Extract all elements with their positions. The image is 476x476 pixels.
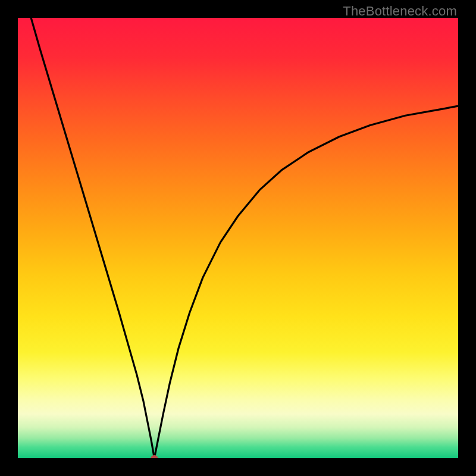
plot-area [18, 18, 458, 458]
curve-right-branch [154, 106, 458, 458]
watermark-text: TheBottleneck.com [343, 4, 457, 19]
curve-left-branch [31, 18, 154, 458]
chart-frame: TheBottleneck.com [0, 0, 476, 476]
minimum-marker [151, 455, 158, 458]
bottleneck-curve [18, 18, 458, 458]
